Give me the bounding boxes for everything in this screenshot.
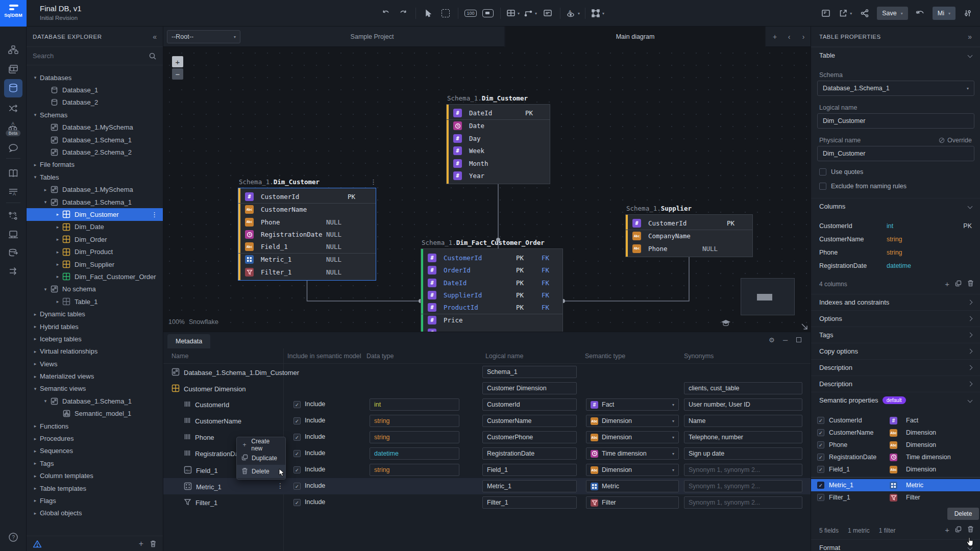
tree-caret-icon[interactable]: ▸ <box>32 511 39 516</box>
diagram-column-row[interactable]: AbcPhoneNULL <box>238 216 376 229</box>
tree-item-dynamic-tables[interactable]: ▸Dynamic tables <box>27 308 163 320</box>
property-column-row-registrationdate[interactable]: RegistrationDatedatetime <box>811 260 980 272</box>
tree-item-database-2-schema-2[interactable]: Database_2.Schema_2 <box>27 146 163 158</box>
semantic-row-metric_1[interactable]: ✓Metric_1Metric <box>811 479 980 491</box>
add-column-icon[interactable]: + <box>945 280 949 288</box>
logical-name-input[interactable]: Filter_1 <box>482 496 577 509</box>
tree-item-schemas[interactable]: ▾Schemas <box>27 109 163 121</box>
tree-item-databases[interactable]: ▾Databases <box>27 71 163 84</box>
tree-caret-icon[interactable]: ▸ <box>32 336 39 341</box>
metadata-row-customername[interactable]: CustomerName✓IncludestringCustomerNameAb… <box>163 413 811 429</box>
redo-button[interactable] <box>396 6 410 20</box>
tree-item-sequences[interactable]: ▸Sequences <box>27 445 163 457</box>
root-selector-dropdown[interactable]: --Root--▾ <box>167 30 240 43</box>
duplicate-icon[interactable] <box>955 280 962 288</box>
exclude-naming-checkbox[interactable]: Exclude from naming rules <box>819 183 906 190</box>
tree-caret-icon[interactable]: ▸ <box>32 162 39 167</box>
tree-item-table-templates[interactable]: ▸Table templates <box>27 482 163 494</box>
metadata-minimize-icon[interactable]: ─ <box>783 336 788 344</box>
diagram-column-row[interactable]: #DateIdPK <box>447 107 550 120</box>
minimap[interactable] <box>741 278 795 315</box>
tree-item-dim-customer[interactable]: ▸Dim_Customer⋮ <box>27 208 163 220</box>
semantic-type-dropdown[interactable]: AbcDimension▾ <box>586 464 679 476</box>
metadata-row-database-1-schema-1-dim-customer[interactable]: Database_1.Schema_1.Dim_CustomerSchema_1 <box>163 364 811 380</box>
tree-item-file-formats[interactable]: ▸File formats <box>27 159 163 171</box>
next-tab-button[interactable]: › <box>797 31 810 43</box>
forward-engineer-icon[interactable] <box>4 263 22 280</box>
add-field-icon[interactable]: + <box>945 525 949 534</box>
help-icon[interactable]: ? <box>4 529 22 545</box>
tree-caret-icon[interactable]: ▸ <box>54 212 61 217</box>
diagram-column-row[interactable]: AbcField_1NULL <box>238 241 376 254</box>
add-relationship-button[interactable]: ▾ <box>523 6 537 20</box>
database-icon[interactable] <box>4 79 22 97</box>
data-type-field[interactable]: string <box>370 431 459 443</box>
pointer-tool-button[interactable] <box>421 6 435 20</box>
tab-sample-project[interactable]: Sample Project <box>240 27 505 47</box>
tab-main-diagram[interactable]: Main diagram <box>505 27 766 47</box>
diagram-column-row[interactable]: #SupplierIdPKFK <box>421 289 562 302</box>
tree-caret-icon[interactable]: ▸ <box>32 349 39 354</box>
diagram-table-dim_customer[interactable]: Schema_1.Dim_Customer⋮#CustomerIdPKAbcCu… <box>238 188 376 281</box>
zoom-out-button[interactable]: − <box>172 68 183 80</box>
tree-item-global-objects[interactable]: ▸Global objects <box>27 507 163 519</box>
marquee-select-button[interactable] <box>438 6 453 20</box>
row-menu-icon[interactable]: ⋮ <box>277 482 284 490</box>
data-type-field[interactable]: int <box>370 398 459 411</box>
data-type-field[interactable]: string <box>370 415 459 427</box>
synonyms-input[interactable]: Synonym 1, synonym 2... <box>684 480 802 492</box>
semantic-type-dropdown[interactable]: AbcDimension▾ <box>586 415 679 427</box>
data-type-field[interactable]: datetime <box>370 447 459 460</box>
tree-caret-icon[interactable]: ▸ <box>54 237 61 242</box>
export-button[interactable]: ▾ <box>838 6 852 20</box>
tree-caret-icon[interactable]: ▸ <box>32 486 39 491</box>
sqldbm-logo[interactable]: SqlDBM <box>0 0 27 27</box>
learn-hat-icon[interactable] <box>721 319 731 329</box>
diagram-column-row[interactable]: #Day <box>447 132 550 145</box>
semantic-checkbox[interactable]: ✓ <box>817 417 824 424</box>
section-format[interactable]: Format <box>811 539 980 551</box>
tree-caret-icon[interactable]: ▸ <box>54 262 61 267</box>
relationships-icon[interactable] <box>4 101 22 117</box>
diagram-table-supplier[interactable]: Schema_1.Supplier#CustomerIdPKAbcCompany… <box>625 214 753 257</box>
logical-name-input[interactable]: CustomerId <box>482 398 577 411</box>
tree-caret-icon[interactable]: ▸ <box>54 299 61 304</box>
diagram-column-row[interactable]: AbcCompanyName <box>626 230 752 243</box>
tree-caret-icon[interactable]: ▸ <box>42 187 49 192</box>
tree-item-database-1-schema-1[interactable]: ▾Database_1.Schema_1 <box>27 196 163 208</box>
table-menu-icon[interactable]: ⋮ <box>370 178 377 186</box>
override-button[interactable]: Override <box>939 137 972 144</box>
add-note-button[interactable] <box>541 6 555 20</box>
add-table-button[interactable]: ▾ <box>506 6 520 20</box>
use-quotes-checkbox[interactable]: Use quotes <box>819 168 863 176</box>
warning-icon[interactable] <box>33 540 42 548</box>
logical-name-input[interactable]: Customer Dimension <box>482 382 577 394</box>
include-checkbox[interactable]: ✓ <box>293 466 301 473</box>
tree-caret-icon[interactable]: ▸ <box>32 324 39 329</box>
diagram-column-row[interactable]: #DateIdPKFK <box>421 277 562 289</box>
tree-caret-icon[interactable]: ▾ <box>42 199 49 205</box>
tree-item-dim-product[interactable]: ▸Dim_Product <box>27 245 163 258</box>
semantic-checkbox[interactable]: ✓ <box>817 466 824 473</box>
tree-caret-icon[interactable]: ▾ <box>32 174 39 180</box>
diagram-column-row[interactable]: #Year <box>447 170 550 183</box>
expand-panel-icon[interactable]: » <box>968 33 972 41</box>
tree-caret-icon[interactable]: ▾ <box>32 112 39 117</box>
semantic-checkbox[interactable]: ✓ <box>817 494 824 501</box>
diagram-canvas[interactable]: + − Schema_1.Dim_Customer#DateIdPKDate#D… <box>163 47 811 332</box>
tree-item-menu-icon[interactable]: ⋮ <box>151 211 158 218</box>
transform-selection-button[interactable]: ▾ <box>591 6 605 20</box>
tree-caret-icon[interactable]: ▸ <box>32 361 39 366</box>
tree-item-views[interactable]: ▸Views <box>27 358 163 370</box>
tree-item-no-schema[interactable]: ▾No schema <box>27 283 163 295</box>
add-object-icon[interactable]: + <box>139 539 143 548</box>
semantic-type-dropdown[interactable]: Filter <box>586 496 679 509</box>
synonyms-input[interactable]: Synonym 1, synonym 2... <box>684 464 802 476</box>
logical-name-input[interactable]: Schema_1 <box>482 366 577 378</box>
semantic-checkbox[interactable]: ✓ <box>817 441 824 448</box>
diagram-table-dim_customer[interactable]: Schema_1.Dim_Customer#DateIdPKDate#Day#W… <box>446 104 550 184</box>
tree-item-materialized-views[interactable]: ▸Materialized views <box>27 370 163 382</box>
semantic-type-dropdown[interactable]: Time dimension▾ <box>586 447 679 460</box>
prev-tab-button[interactable]: ‹ <box>783 31 795 43</box>
user-menu-button[interactable]: Mi▾ <box>933 7 955 20</box>
